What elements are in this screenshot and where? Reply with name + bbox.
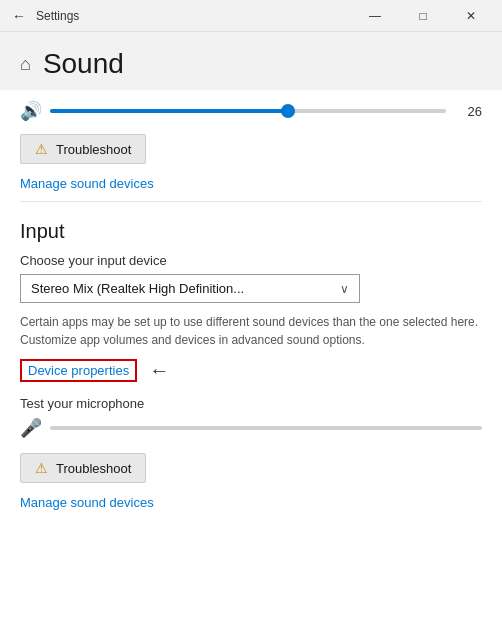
volume-slider-fill: [50, 109, 288, 113]
titlebar-title: Settings: [36, 9, 79, 23]
input-device-dropdown[interactable]: Stereo Mix (Realtek High Definition... ∨: [20, 274, 360, 303]
page-title: Sound: [43, 48, 124, 80]
back-button[interactable]: ←: [12, 8, 26, 24]
volume-icon: 🔊: [20, 100, 42, 122]
microphone-slider-row: 🎤: [20, 417, 482, 439]
input-troubleshoot-button[interactable]: ⚠ Troubleshoot: [20, 453, 146, 483]
arrow-indicator: ←: [149, 359, 169, 382]
dropdown-arrow-icon: ∨: [340, 282, 349, 296]
titlebar-controls: — □ ✕: [352, 0, 494, 32]
microphone-label: Test your microphone: [20, 396, 482, 411]
input-info-text: Certain apps may be set up to use differ…: [20, 313, 482, 349]
input-section-heading: Input: [20, 220, 482, 243]
input-manage-link-container: Manage sound devices: [20, 489, 482, 516]
output-manage-sound-devices-link[interactable]: Manage sound devices: [20, 176, 154, 191]
title-bar: ← Settings — □ ✕: [0, 0, 502, 32]
minimize-button[interactable]: —: [352, 0, 398, 32]
input-device-value: Stereo Mix (Realtek High Definition...: [31, 281, 340, 296]
page-header: ⌂ Sound: [0, 32, 502, 90]
volume-slider-container[interactable]: [50, 109, 446, 113]
volume-value: 26: [454, 104, 482, 119]
divider-1: [20, 201, 482, 202]
input-manage-sound-devices-link[interactable]: Manage sound devices: [20, 495, 154, 510]
output-manage-link-container: Manage sound devices: [20, 170, 482, 197]
microphone-slider-track[interactable]: [50, 426, 482, 430]
close-button[interactable]: ✕: [448, 0, 494, 32]
microphone-icon: 🎤: [20, 417, 42, 439]
settings-body: 🔊 26 ⚠ Troubleshoot Manage sound devices…: [0, 90, 502, 536]
input-troubleshoot-label: Troubleshoot: [56, 461, 131, 476]
maximize-button[interactable]: □: [400, 0, 446, 32]
microphone-section: Test your microphone 🎤: [20, 396, 482, 439]
volume-slider-track[interactable]: [50, 109, 446, 113]
input-device-label: Choose your input device: [20, 253, 482, 268]
device-properties-container: Device properties ←: [20, 359, 482, 382]
volume-slider-thumb[interactable]: [281, 104, 295, 118]
volume-section: 🔊 26: [20, 90, 482, 128]
titlebar-left: ← Settings: [12, 8, 79, 24]
warning-icon-input: ⚠: [35, 460, 48, 476]
home-icon: ⌂: [20, 54, 31, 75]
settings-content: ⌂ Sound 🔊 26 ⚠ Troubleshoot Manage sound…: [0, 32, 502, 625]
output-troubleshoot-button[interactable]: ⚠ Troubleshoot: [20, 134, 146, 164]
warning-icon-output: ⚠: [35, 141, 48, 157]
output-troubleshoot-label: Troubleshoot: [56, 142, 131, 157]
device-properties-link[interactable]: Device properties: [20, 359, 137, 382]
